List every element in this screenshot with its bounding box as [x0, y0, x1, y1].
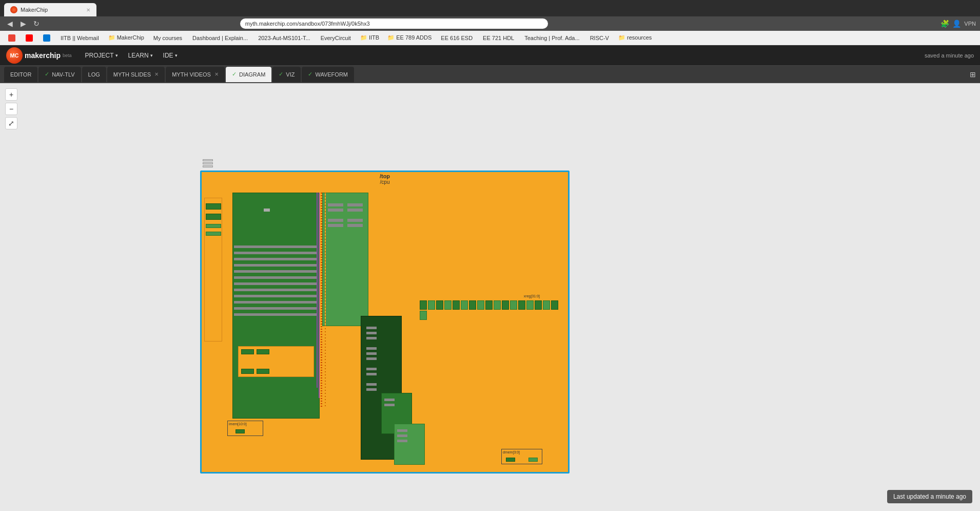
logo-text: makerchip	[25, 51, 61, 60]
diagram-check-icon: ✓	[232, 71, 237, 78]
zoom-out-button[interactable]: −	[5, 103, 17, 115]
light-green-subblock	[394, 424, 425, 465]
browser-toolbar: ◀ ▶ ↻ myth.makerchip.com/sandbox/073fmhW…	[0, 16, 980, 31]
browser-tab-title: MakerChip	[21, 7, 48, 13]
my-courses-bookmark[interactable]: My courses	[149, 34, 186, 42]
bookmarks-bar: IITB || Webmail 📁 MakerChip My courses D…	[0, 31, 980, 45]
riscv-bookmark[interactable]: RISC-V	[586, 34, 613, 42]
grid-indicator	[203, 159, 213, 167]
main-green-block	[232, 193, 320, 419]
browser-tab-bar: MakerChip ✕	[0, 0, 980, 16]
youtube-bookmark[interactable]	[22, 33, 37, 43]
teaching-bookmark[interactable]: Teaching | Prof. Ada...	[520, 34, 583, 42]
learn-caret: ▾	[150, 53, 153, 58]
diagram-canvas[interactable]: + − ⤢ /top /cpu	[0, 83, 980, 511]
imem-box: imem[10:0]	[227, 421, 263, 436]
project-caret: ▾	[115, 53, 118, 58]
extensions-icon[interactable]: 🧩	[940, 20, 949, 28]
profile-icon[interactable]: 👤	[952, 20, 961, 28]
active-browser-tab[interactable]: MakerChip ✕	[4, 3, 96, 16]
viz-check-icon: ✓	[279, 71, 283, 78]
imem-label: imem[10:0]	[228, 421, 263, 427]
logo-beta: beta	[63, 53, 72, 58]
vertical-wires	[321, 193, 322, 408]
last-updated-tooltip: Last updated a minute ago	[887, 490, 972, 503]
address-bar[interactable]: myth.makerchip.com/sandbox/073fmhWJj/0k5…	[240, 18, 548, 29]
resources-bookmark[interactable]: 📁 resources	[615, 33, 655, 42]
circuit-diagram: /top /cpu	[200, 171, 570, 474]
iitb-bookmark[interactable]: 📁 IITB	[357, 33, 382, 42]
purple-wire-2	[317, 193, 318, 388]
iitb-webmail-bookmark[interactable]: IITB || Webmail	[56, 34, 103, 42]
xreg-label: xreg[31:0]	[524, 294, 540, 298]
myth-videos-close[interactable]: ✕	[214, 71, 219, 77]
learn-menu[interactable]: LEARN ▾	[123, 45, 158, 66]
refresh-button[interactable]: ↻	[31, 18, 42, 29]
vertical-wires-2	[325, 193, 326, 408]
back-button[interactable]: ◀	[4, 18, 15, 29]
ee616-bookmark[interactable]: EE 616 ESD	[437, 34, 477, 42]
makerchip-logo-icon: MC	[6, 47, 23, 64]
gmail-bookmark[interactable]	[4, 33, 19, 43]
ev-circuit-bookmark[interactable]: EveryCircuit	[317, 34, 355, 42]
tab-favicon	[10, 6, 17, 13]
purple-wire	[319, 193, 320, 398]
zoom-in-button[interactable]: +	[5, 88, 17, 101]
main-content: + − ⤢ /top /cpu	[0, 83, 980, 511]
app-header: MC makerchip beta PROJECT ▾ LEARN ▾ IDE …	[0, 45, 980, 66]
waveform-check-icon: ✓	[308, 71, 312, 78]
dmem-box: dmem[3:0]	[501, 449, 542, 464]
ms101-bookmark[interactable]: 2023-Aut-MS101-T...	[254, 34, 315, 42]
left-sub-panel	[204, 198, 222, 342]
dashboard-bookmark[interactable]: Dashboard | Explain...	[188, 34, 252, 42]
light-green-block	[322, 193, 368, 326]
logo-area: MC makerchip beta	[6, 47, 72, 64]
url-text: myth.makerchip.com/sandbox/073fmhWJj/0k5…	[245, 21, 370, 27]
tab-log[interactable]: LOG	[82, 67, 106, 82]
ide-caret: ▾	[175, 53, 178, 58]
save-status: saved a minute ago	[925, 52, 974, 59]
tab-nav-tlv[interactable]: ✓ NAV-TLV	[38, 67, 81, 82]
tab-editor[interactable]: EDITOR	[4, 67, 37, 82]
zoom-controls: + − ⤢	[5, 88, 17, 129]
ide-menu[interactable]: IDE ▾	[158, 45, 183, 66]
tab-myth-videos[interactable]: MYTH VIDEOS ✕	[166, 67, 225, 82]
makerchip-bookmark[interactable]: 📁 MakerChip	[105, 33, 147, 42]
zoom-fit-button[interactable]: ⤢	[5, 117, 17, 129]
nav-tlv-check-icon: ✓	[45, 71, 49, 78]
ee721-bookmark[interactable]: EE 721 HDL	[479, 34, 518, 42]
nav-buttons: ◀ ▶ ↻	[4, 18, 42, 29]
xreg-bar-container: xreg[31:0]	[420, 300, 565, 313]
dmem-label: dmem[3:0]	[502, 449, 542, 455]
tab-diagram[interactable]: ✓ DIAGRAM	[226, 67, 271, 82]
myth-slides-close[interactable]: ✕	[154, 71, 159, 77]
tabs-bar: EDITOR ✓ NAV-TLV LOG MYTH SLIDES ✕ MYTH …	[0, 66, 980, 83]
cpu-label: /cpu	[380, 179, 390, 185]
browser-actions: 🧩 👤 VPN	[940, 20, 976, 28]
top-label: /top	[380, 173, 390, 179]
vpn-label: VPN	[964, 21, 976, 27]
tabs-right-actions: ⊞	[970, 70, 976, 79]
forward-button[interactable]: ▶	[17, 18, 29, 29]
tab-waveform[interactable]: ✓ WAVEFORM	[302, 67, 354, 82]
grid-layout-icon[interactable]: ⊞	[970, 70, 976, 79]
outlook-bookmark[interactable]	[39, 33, 54, 43]
project-menu[interactable]: PROJECT ▾	[80, 45, 123, 66]
tab-viz[interactable]: ✓ VIZ	[272, 67, 301, 82]
browser-tab-close[interactable]: ✕	[86, 7, 90, 13]
ee789-bookmark[interactable]: 📁 EE 789 ADDS	[384, 33, 435, 42]
tab-myth-slides[interactable]: MYTH SLIDES ✕	[107, 67, 165, 82]
